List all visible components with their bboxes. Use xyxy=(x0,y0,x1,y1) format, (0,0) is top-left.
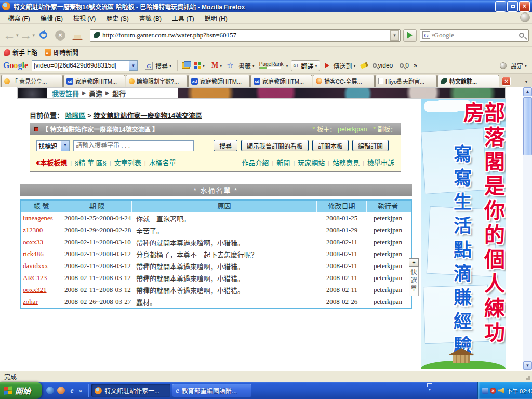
send-to-button[interactable]: 傳送到 ▾ xyxy=(323,60,358,71)
subscribe-button[interactable]: 訂閱本板 xyxy=(312,140,349,151)
internet-explorer-icon[interactable]: e xyxy=(68,387,76,394)
quick-menu-expand-button[interactable]: + xyxy=(409,258,419,267)
find-word-video-button[interactable]: video xyxy=(370,61,395,70)
settings-button[interactable]: 設定 ▾ xyxy=(509,60,529,71)
quick-menu-widget[interactable]: + 快選單 xyxy=(408,258,419,296)
essence-area-link[interactable]: §精 華 區§ xyxy=(75,157,107,167)
breadcrumb-section-link[interactable]: 哈啦區 xyxy=(65,112,86,119)
show-subscribed-button[interactable]: 顯示我曾訂閱的看板 xyxy=(241,140,309,151)
tray-volume-icon[interactable] xyxy=(498,388,504,394)
menu-history[interactable]: 歷史 (S) xyxy=(101,12,133,23)
back-dropdown-icon[interactable]: ▾ xyxy=(16,33,19,38)
article-list-link[interactable]: 文章列表 xyxy=(114,157,141,167)
account-link[interactable]: ooxx33 xyxy=(21,238,62,246)
menu-file[interactable]: 檔案 (F) xyxy=(3,12,35,23)
highlighter-icon[interactable] xyxy=(360,62,368,69)
bookmark-star-icon[interactable]: ☆ xyxy=(227,61,233,70)
menu-help[interactable]: 說明 (H) xyxy=(200,12,232,23)
task-ie[interactable]: e 教育部重編國語辭... xyxy=(172,384,251,397)
address-dropdown-icon[interactable]: ▾ xyxy=(390,30,399,41)
news-link[interactable]: 新聞 xyxy=(276,157,290,167)
maximize-button[interactable] xyxy=(507,1,518,12)
search-magnifier-icon[interactable] xyxy=(519,33,524,38)
tab-5[interactable]: xd 家庭教師HITM... xyxy=(250,75,312,87)
board-rules-link[interactable]: €本板板規 xyxy=(36,157,67,167)
go-button[interactable] xyxy=(403,29,417,42)
moderator-link[interactable]: peterkjpan xyxy=(338,126,367,133)
tab-2[interactable]: xd 家庭教師HITM... xyxy=(63,75,125,87)
sidebar-ad[interactable]: 部落閣是你的個人練功房 寫寫生活點滴賺經驗 xyxy=(421,99,506,369)
combo-dropdown-icon[interactable]: ▾ xyxy=(129,61,138,71)
quick-launch-icon-1[interactable] xyxy=(46,387,54,394)
account-link[interactable]: davidxxx xyxy=(21,262,62,270)
account-link[interactable]: ARC123 xyxy=(21,274,62,282)
start-button[interactable]: 開始 xyxy=(0,382,42,399)
menu-edit[interactable]: 編輯 (E) xyxy=(36,12,68,23)
account-link[interactable]: ooxx321 xyxy=(21,286,62,294)
bookmark-latest-news[interactable]: 即時新聞 xyxy=(45,48,78,57)
site-feedback-link[interactable]: 站務意見 xyxy=(332,157,360,167)
gmail-button[interactable]: M ▾ xyxy=(209,60,224,71)
menu-tools[interactable]: 工具 (T) xyxy=(167,12,199,23)
stop-icon[interactable]: × xyxy=(55,30,65,41)
back-button[interactable]: ← ▾ xyxy=(3,29,19,42)
board-search-input[interactable] xyxy=(73,140,194,151)
bank-link[interactable]: 銀行 xyxy=(112,88,126,98)
breadcrumb-current-link[interactable]: 特文館駐站作家一廢棄物14號交流區 xyxy=(94,112,202,119)
reload-icon[interactable] xyxy=(39,31,47,39)
address-bar[interactable]: ▾ xyxy=(90,29,401,42)
player-sites-link[interactable]: 玩家網站 xyxy=(298,157,325,167)
bookmark-getting-started[interactable]: 新手上路 xyxy=(4,48,37,57)
menu-bookmarks[interactable]: 書籤 (B) xyxy=(135,12,166,23)
tab-4[interactable]: xd 家庭教師HITM... xyxy=(188,75,250,87)
toolbar-search-input[interactable] xyxy=(32,62,129,69)
avatar-link[interactable]: 勇造 xyxy=(89,88,102,98)
edit-subscription-button[interactable]: 編輯訂閱 xyxy=(352,140,389,151)
tab-3[interactable]: 論壇限制字數?... xyxy=(126,75,188,87)
tab-close-button[interactable]: × xyxy=(502,77,511,86)
task-firefox[interactable]: 特文館駐站作家一... xyxy=(91,384,170,397)
page-scrollbar[interactable]: ▲ ▼ xyxy=(523,87,532,370)
search-type-select[interactable]: 找標題 ▾ xyxy=(36,140,70,151)
resize-grip[interactable] xyxy=(528,378,530,380)
account-link[interactable]: luneagenes xyxy=(21,214,62,222)
register-link[interactable]: 我要註冊 xyxy=(52,88,79,98)
translate-button[interactable]: a í 翻譯 ▾ xyxy=(291,60,320,71)
scroll-down-icon[interactable]: ▼ xyxy=(523,361,532,370)
home-icon[interactable] xyxy=(72,31,83,40)
minimize-button[interactable]: _ xyxy=(495,1,506,12)
taskbar-band-chevron[interactable]: ▾ xyxy=(427,383,432,392)
toolbar-bookmarks-button[interactable]: 書籤 ▾ xyxy=(236,60,257,71)
url-input[interactable] xyxy=(102,31,390,39)
search-button[interactable]: 搜尋 xyxy=(214,140,237,151)
google-engine-icon[interactable]: G xyxy=(422,31,430,39)
works-intro-link[interactable]: 作品介紹 xyxy=(242,157,269,167)
quick-menu-label[interactable]: 快選單 xyxy=(409,267,419,296)
toolbar-search-combo[interactable]: ▾ xyxy=(32,60,138,71)
close-button[interactable]: × xyxy=(519,1,530,12)
tray-security-alert-icon[interactable] xyxy=(490,388,496,394)
list-all-tabs-icon[interactable]: ▾ xyxy=(522,76,531,87)
scrollbar-thumb[interactable] xyxy=(523,97,532,155)
forward-dropdown-icon[interactable]: ▾ xyxy=(33,33,35,38)
menu-view[interactable]: 檢視 (V) xyxy=(69,12,100,23)
tab-1[interactable]: 「 意見分享... xyxy=(1,75,63,87)
tab-7[interactable]: Hiyo衝天跑官... xyxy=(375,75,437,87)
account-link[interactable]: zohar xyxy=(21,298,62,306)
pagerank-widget[interactable]: PageRank xyxy=(259,62,284,69)
photos-icon[interactable] xyxy=(182,62,190,69)
ban-list-link[interactable]: 水桶名單 xyxy=(149,157,176,167)
find-word-count-button[interactable]: 0 xyxy=(397,61,411,70)
forward-button[interactable]: → ▾ xyxy=(20,29,35,42)
toolbar-overflow-chevron[interactable]: » xyxy=(414,62,417,69)
report-link[interactable]: 檢舉申訴 xyxy=(367,157,394,167)
scroll-up-icon[interactable]: ▲ xyxy=(523,87,532,96)
toolbar-search-button[interactable]: G 搜尋 ▾ xyxy=(141,60,174,71)
apps-cube-button[interactable]: ▾ xyxy=(192,61,207,70)
account-link[interactable]: z12300 xyxy=(21,226,62,234)
tab-8-active[interactable]: 特文館駐... xyxy=(437,75,499,87)
tab-6[interactable]: 播客CC-全屏... xyxy=(313,75,375,87)
quick-launch-icon-2[interactable] xyxy=(57,387,65,394)
search-bar[interactable]: G ▾ xyxy=(420,29,529,42)
web-search-input[interactable] xyxy=(434,31,519,39)
